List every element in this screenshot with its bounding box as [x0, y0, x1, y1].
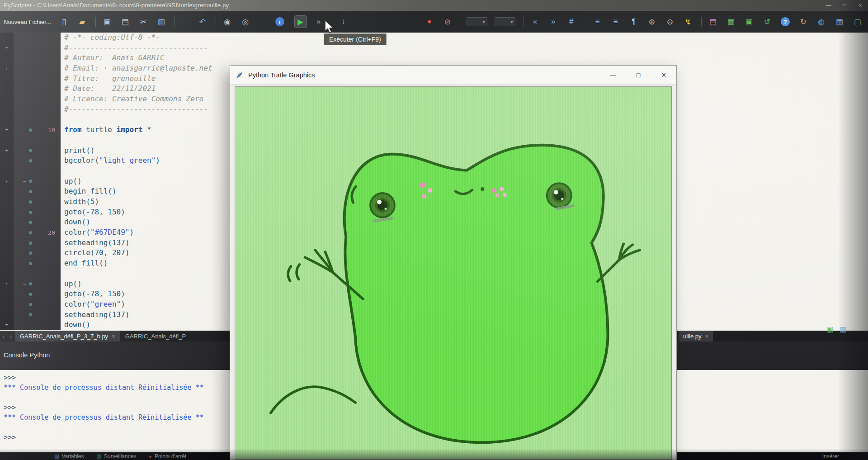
editor-tab[interactable]: GARRIC_Anais_défi_P	[121, 331, 190, 341]
breakpoint-icon[interactable]: ●	[424, 16, 435, 28]
turtle-graphics-window[interactable]: Python Turtle Graphics — □ ✕	[230, 65, 677, 460]
fold-mark-icon[interactable]: −	[22, 178, 27, 185]
cut-icon[interactable]: ✂	[137, 16, 149, 28]
fold-margin[interactable]	[0, 135, 14, 146]
new-editor-icon[interactable]: ▣	[826, 325, 833, 333]
find-in-files-icon[interactable]: ◎	[240, 16, 251, 28]
layout-icon[interactable]: ▦	[834, 16, 845, 28]
gutter[interactable]	[14, 135, 61, 146]
fold-margin[interactable]	[0, 228, 14, 238]
watches-tab[interactable]: ▥Surveillances	[97, 453, 137, 460]
new-console-icon[interactable]: ▣	[743, 16, 755, 28]
gutter[interactable]	[14, 166, 61, 176]
fold-margin[interactable]: +	[0, 125, 14, 135]
reload-icon[interactable]: ↺	[761, 16, 773, 28]
fold-margin[interactable]	[0, 84, 14, 94]
run-to-cursor-icon[interactable]: ↓	[338, 16, 349, 28]
fold-margin[interactable]	[0, 156, 14, 166]
web-icon[interactable]: ◍	[816, 16, 827, 28]
fold-margin[interactable]	[0, 310, 14, 320]
gutter[interactable]	[14, 310, 61, 320]
monitor-icon[interactable]: ▢	[852, 16, 863, 28]
gutter[interactable]	[14, 53, 61, 63]
fold-margin[interactable]: +	[0, 279, 14, 289]
packages-icon[interactable]: ▤	[707, 16, 719, 28]
fold-margin[interactable]	[0, 33, 14, 43]
fold-margin[interactable]	[0, 186, 14, 197]
new-file-button[interactable]: Nouveau Fichier...	[4, 19, 51, 25]
indent-icon[interactable]: »	[547, 16, 559, 28]
tab-scroll-left-icon[interactable]: ‹	[0, 331, 7, 341]
split-editor-icon[interactable]: ▥	[840, 325, 846, 333]
gutter[interactable]	[14, 43, 61, 53]
gutter[interactable]	[14, 248, 61, 258]
gutter[interactable]	[14, 33, 61, 43]
fold-margin[interactable]	[0, 94, 14, 104]
gutter[interactable]	[14, 269, 61, 279]
gutter[interactable]	[14, 197, 61, 207]
app-maximize-button[interactable]: □	[843, 0, 846, 11]
save-icon[interactable]: ▣	[101, 16, 113, 28]
fold-margin[interactable]	[0, 248, 14, 258]
tab-scroll-right-icon[interactable]: ›	[7, 331, 14, 341]
gutter[interactable]	[14, 84, 61, 94]
gutter[interactable]	[14, 320, 61, 330]
run-icon[interactable]: ▶	[295, 16, 307, 28]
gutter[interactable]	[14, 115, 61, 125]
paste-icon[interactable]: ▥	[156, 16, 167, 28]
scheme-dropdown[interactable]: ▾	[495, 17, 515, 26]
gutter[interactable]	[14, 238, 61, 248]
fold-margin[interactable]	[0, 74, 14, 84]
turtle-minimize-button[interactable]: —	[600, 66, 626, 84]
refresh-icon[interactable]: ↻	[797, 16, 809, 28]
gutter[interactable]	[14, 207, 61, 218]
gutter[interactable]	[14, 104, 61, 115]
syntax-check-icon[interactable]: ↯	[682, 16, 694, 28]
zoom-in-icon[interactable]: ⊕	[646, 16, 658, 28]
fold-margin[interactable]	[0, 115, 14, 125]
turtle-maximize-button[interactable]: □	[626, 66, 651, 84]
fold-margin[interactable]: +	[0, 63, 14, 74]
debug-icon[interactable]: »	[313, 16, 325, 28]
fold-margin[interactable]	[0, 238, 14, 248]
info-icon[interactable]: i	[275, 17, 284, 26]
fold-margin[interactable]	[0, 269, 14, 279]
gutter[interactable]	[14, 74, 61, 84]
fold-margin[interactable]: +	[0, 176, 14, 187]
open-file-icon[interactable]: ▰	[76, 16, 88, 28]
gutter[interactable]	[14, 63, 61, 74]
zoom-out-icon[interactable]: ⊖	[664, 16, 676, 28]
new-file-icon[interactable]: ▯	[58, 16, 70, 28]
gutter[interactable]	[14, 289, 61, 299]
tab-close-icon[interactable]: ×	[112, 333, 115, 340]
sort-lines-icon[interactable]: ≡	[592, 16, 604, 28]
fold-margin[interactable]	[0, 207, 14, 218]
fold-margin[interactable]	[0, 166, 14, 176]
fold-margin[interactable]	[0, 197, 14, 207]
fold-margin[interactable]	[0, 258, 14, 269]
app-titlebar[interactable]: PyScripter - C:\Users\Anais\Documents\6-…	[0, 0, 868, 11]
line-numbers-icon[interactable]: #	[566, 16, 577, 28]
gutter[interactable]: −	[14, 176, 61, 187]
table-icon[interactable]: ▦	[725, 16, 737, 28]
gutter[interactable]: −	[14, 279, 61, 289]
clear-breakpoints-icon[interactable]: ⊘	[442, 16, 453, 28]
help-icon[interactable]: ?	[781, 17, 790, 26]
gutter[interactable]: 20	[14, 228, 61, 238]
gutter[interactable]	[14, 186, 61, 197]
editor-tab[interactable]: uille.py×	[679, 331, 713, 341]
fold-margin[interactable]: +	[0, 43, 14, 53]
fold-margin[interactable]	[0, 289, 14, 299]
gutter[interactable]	[14, 258, 61, 269]
undo-icon[interactable]: ↶	[197, 16, 208, 28]
unindent-icon[interactable]: «	[529, 16, 541, 28]
find-icon[interactable]: ◉	[222, 16, 233, 28]
tab-close-icon[interactable]: ×	[705, 333, 708, 340]
fold-margin[interactable]	[0, 299, 14, 310]
fold-margin[interactable]: +	[0, 146, 14, 156]
comment-icon[interactable]: ≡	[610, 16, 622, 28]
fold-margin[interactable]	[0, 104, 14, 115]
whitespace-icon[interactable]: ¶	[628, 16, 640, 28]
app-minimize-button[interactable]: —	[826, 0, 831, 11]
print-icon[interactable]: ▤	[119, 16, 131, 28]
